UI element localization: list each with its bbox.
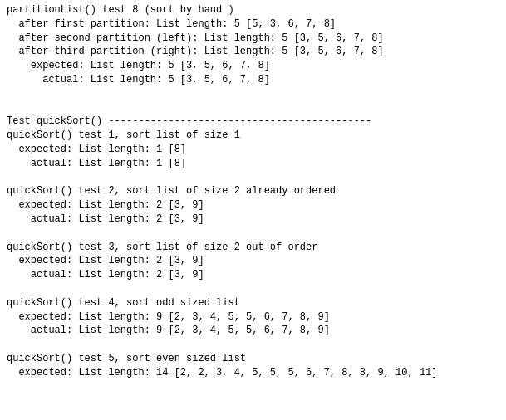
console-output: partitionList() test 8 (sort by hand ) a… xyxy=(7,3,499,380)
